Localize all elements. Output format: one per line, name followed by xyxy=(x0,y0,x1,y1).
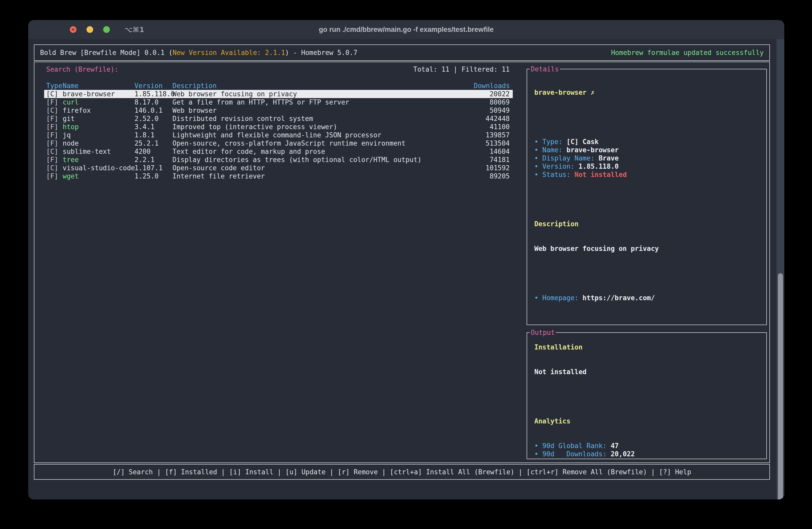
cell-version: 1.85.118.0 xyxy=(134,90,172,98)
cell-type: [F] xyxy=(46,172,63,180)
cell-name: brave-browser xyxy=(63,90,134,98)
details-field-label: • Status: xyxy=(534,171,575,178)
cell-description: Open-source code editor xyxy=(172,164,474,172)
cell-downloads: 41100 xyxy=(474,123,510,131)
cell-name: tree xyxy=(63,156,134,164)
minimize-button[interactable] xyxy=(86,26,93,33)
column-header-type: Type xyxy=(46,82,63,90)
spacer xyxy=(534,195,761,203)
cell-description: Lightweight and flexible command-line JS… xyxy=(172,131,474,139)
cell-version: 25.2.1 xyxy=(134,139,172,147)
details-field-label: • Version: xyxy=(534,162,578,170)
description-text: Web browser focusing on privacy xyxy=(534,244,761,253)
titlebar: ⌥⌘1 go run ./cmd/bbrew/main.go -f exampl… xyxy=(28,20,784,39)
table-header: Type Name Version Description Downloads xyxy=(44,82,513,90)
traffic-lights xyxy=(70,20,110,39)
table-row[interactable]: [C] firefox 146.0.1 Web browser 50949 xyxy=(44,106,513,115)
cell-downloads: 89205 xyxy=(474,172,510,180)
cell-version: 1.8.1 xyxy=(134,131,172,139)
cell-downloads: 80069 xyxy=(474,98,510,106)
spacer xyxy=(534,269,761,277)
homepage-link[interactable]: https://brave.com/ xyxy=(583,294,655,302)
description-heading: Description xyxy=(534,220,761,228)
cell-name: git xyxy=(63,115,134,123)
details-field: • Version: 1.85.118.0 xyxy=(534,162,761,171)
search-label[interactable]: Search (Brewfile): xyxy=(46,65,119,73)
cell-downloads: 74181 xyxy=(474,156,510,164)
details-field-label: • Display Name: xyxy=(534,154,598,162)
homepage-line: • Homepage: https://brave.com/ xyxy=(534,294,761,302)
details-field: • Status: Not installed xyxy=(534,171,761,179)
table-row[interactable]: [F] git 2.52.0 Distributed revision cont… xyxy=(44,115,513,123)
results-stats: Total: 11 | Filtered: 11 xyxy=(413,65,510,73)
output-panel-title: Output xyxy=(530,328,556,337)
help-bar-text: [/] Search | [f] Installed | [i] Install… xyxy=(113,468,691,476)
cell-name: htop xyxy=(63,123,134,131)
package-table: Type Name Version Description Downloads … xyxy=(44,82,513,180)
cell-description: Web browser xyxy=(172,106,474,115)
homepage-label: • Homepage: xyxy=(534,294,583,302)
details-panel-title: Details xyxy=(530,65,560,73)
package-table-body: [C] brave-browser 1.85.118.0 Web browser… xyxy=(44,90,513,180)
cell-type: [F] xyxy=(46,131,63,139)
table-row[interactable]: [F] node 25.2.1 Open-source, cross-platf… xyxy=(44,139,513,147)
cell-name: firefox xyxy=(63,106,134,115)
table-row[interactable]: [F] tree 2.2.1 Display directories as tr… xyxy=(44,156,513,164)
update-status-message: Homebrew formulae updated successfully xyxy=(611,48,764,57)
cell-name: jq xyxy=(63,131,134,139)
details-field: • Type: [C] Cask xyxy=(534,138,761,146)
cell-version: 1.107.1 xyxy=(134,164,172,172)
column-header-downloads: Downloads xyxy=(474,82,510,90)
details-field-label: • Name: xyxy=(534,146,566,154)
app-title: Bold Brew [Brewfile Mode] 0.0.1 (New Ver… xyxy=(40,48,358,57)
app-title-suffix: ) - Homebrew 5.0.7 xyxy=(285,49,358,57)
cell-type: [F] xyxy=(46,156,63,164)
cell-version: 1.25.0 xyxy=(134,172,172,180)
cell-version: 2.52.0 xyxy=(134,115,172,123)
table-row[interactable]: [C] brave-browser 1.85.118.0 Web browser… xyxy=(44,90,513,98)
cell-name: node xyxy=(63,139,134,147)
app-title-prefix: Bold Brew [Brewfile Mode] 0.0.1 ( xyxy=(40,49,173,57)
cell-description: Distributed revision control system xyxy=(172,115,474,123)
details-package-title: brave-browser ✗ xyxy=(534,88,761,97)
cell-version: 8.17.0 xyxy=(134,98,172,106)
terminal-content: Bold Brew [Brewfile Mode] 0.0.1 (New Ver… xyxy=(28,39,784,499)
table-row[interactable]: [F] curl 8.17.0 Get a file from an HTTP,… xyxy=(44,98,513,106)
details-field-value: [C] Cask xyxy=(566,138,598,146)
cell-description: Internet file retriever xyxy=(172,172,474,180)
cell-downloads: 50949 xyxy=(474,106,510,115)
cell-type: [F] xyxy=(46,115,63,123)
spacer xyxy=(534,318,761,327)
cell-downloads: 139857 xyxy=(474,131,510,139)
spacer xyxy=(534,113,761,121)
zoom-button[interactable] xyxy=(103,26,110,33)
table-row[interactable]: [F] htop 3.4.1 Improved top (interactive… xyxy=(44,123,513,131)
cell-description: Display directories as trees (with optio… xyxy=(172,156,474,164)
column-header-name: Name xyxy=(63,82,134,90)
cell-version: 2.2.1 xyxy=(134,156,172,164)
cell-type: [C] xyxy=(46,90,63,98)
terminal-window: ⌥⌘1 go run ./cmd/bbrew/main.go -f exampl… xyxy=(28,20,784,499)
cell-downloads: 101592 xyxy=(474,164,510,172)
details-field-value: Not installed xyxy=(575,171,627,178)
table-row[interactable]: [F] jq 1.8.1 Lightweight and flexible co… xyxy=(44,131,513,139)
close-button[interactable] xyxy=(70,26,76,33)
table-row[interactable]: [F] wget 1.25.0 Internet file retriever … xyxy=(44,172,513,180)
details-field: • Display Name: Brave xyxy=(534,154,761,162)
table-row[interactable]: [C] visual-studio-code 1.107.1 Open-sour… xyxy=(44,164,513,172)
cell-type: [F] xyxy=(46,98,63,106)
new-version-notice: New Version Available: 2.1.1 xyxy=(173,49,285,57)
cell-description: Get a file from an HTTP, HTTPS or FTP se… xyxy=(172,98,474,106)
table-row[interactable]: [C] sublime-text 4200 Text editor for co… xyxy=(44,147,513,156)
cell-type: [F] xyxy=(46,123,63,131)
cell-name: wget xyxy=(63,172,134,180)
tab-shortcut-badge: ⌥⌘1 xyxy=(125,20,144,39)
cell-type: [C] xyxy=(46,164,63,172)
cell-name: sublime-text xyxy=(63,147,134,156)
cell-type: [F] xyxy=(46,139,63,147)
details-field-label: • Type: xyxy=(534,138,566,146)
cell-downloads: 14604 xyxy=(474,147,510,156)
scrollbar-thumb[interactable] xyxy=(778,273,783,499)
details-field: • Name: brave-browser xyxy=(534,146,761,154)
cell-name: curl xyxy=(63,98,134,106)
